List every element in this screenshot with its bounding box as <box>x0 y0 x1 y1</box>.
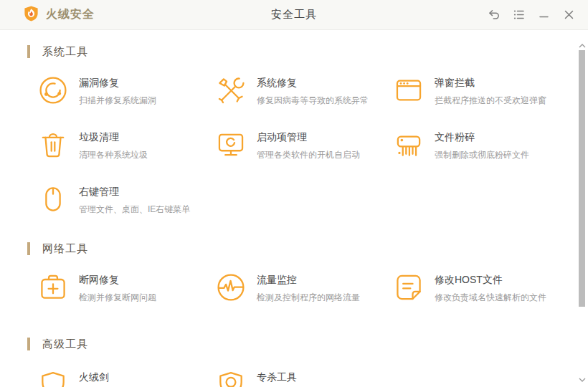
tool-title: 启动项管理 <box>257 131 360 144</box>
section-title: 高级工具 <box>42 338 88 351</box>
back-icon[interactable] <box>483 4 504 25</box>
scroll-up-icon[interactable] <box>578 39 587 44</box>
advanced-tools-grid: 火绒剑 专杀工具 <box>37 369 588 387</box>
tool-desc: 清理各种系统垃圾 <box>79 149 148 161</box>
app-brand: 火绒安全 <box>23 5 95 24</box>
tool-title: 弹窗拦截 <box>435 77 546 90</box>
tool-network-repair[interactable]: 断网修复 检测并修复断网问题 <box>37 272 215 305</box>
tool-desc: 扫描并修复系统漏洞 <box>79 95 156 107</box>
close-icon[interactable] <box>559 4 579 25</box>
network-repair-icon <box>37 272 69 303</box>
tool-startup-manager[interactable]: 启动项管理 管理各类软件的开机自启动 <box>215 129 393 162</box>
tool-host-file[interactable]: 修改HOST文件 修改负责域名快速解析的文件 <box>393 272 571 305</box>
special-kill-icon <box>215 369 247 387</box>
section-header: 系统工具 <box>27 44 588 59</box>
tool-traffic-monitor[interactable]: 流量监控 检测及控制程序的网络流量 <box>215 272 393 305</box>
file-shredder-icon <box>393 129 425 161</box>
tool-junk-clean[interactable]: 垃圾清理 清理各种系统垃圾 <box>37 129 215 162</box>
tool-title: 垃圾清理 <box>79 131 148 144</box>
traffic-monitor-icon <box>215 272 247 303</box>
tool-desc: 修改负责域名快速解析的文件 <box>435 292 546 304</box>
menu-icon[interactable] <box>508 4 529 25</box>
tool-desc: 强制删除或彻底粉碎文件 <box>435 149 529 161</box>
tool-title: 流量监控 <box>257 274 360 287</box>
tool-desc: 管理各类软件的开机自启动 <box>257 149 360 161</box>
junk-clean-icon <box>37 129 69 161</box>
host-file-icon <box>393 272 425 303</box>
tool-desc: 管理文件、桌面、IE右键菜单 <box>79 204 190 216</box>
scrollbar-thumb[interactable] <box>579 50 585 307</box>
section-marker-bar <box>27 45 30 58</box>
window-controls <box>483 4 579 25</box>
tool-desc: 检测并修复断网问题 <box>79 292 156 304</box>
section-header: 高级工具 <box>27 337 588 351</box>
tool-vulnerability-fix[interactable]: 漏洞修复 扫描并修复系统漏洞 <box>37 75 215 108</box>
section-marker-bar <box>27 242 30 255</box>
tools-content: 系统工具 漏洞修复 扫描并修复系统漏洞 <box>0 30 588 387</box>
tool-title: 专杀工具 <box>257 371 297 384</box>
network-tools-grid: 断网修复 检测并修复断网问题 流量监控 检测及控制程序的网络流量 <box>37 272 588 305</box>
scrollbar[interactable] <box>576 30 588 387</box>
system-tools-grid: 漏洞修复 扫描并修复系统漏洞 <box>37 75 588 216</box>
section-advanced-tools: 高级工具 火绒剑 <box>0 337 588 387</box>
huorong-sword-icon <box>37 369 69 387</box>
section-title: 系统工具 <box>42 45 88 59</box>
section-title: 网络工具 <box>42 242 88 256</box>
tool-title: 右键管理 <box>79 186 190 199</box>
tool-title: 系统修复 <box>257 77 369 90</box>
tool-title: 断网修复 <box>79 274 156 287</box>
tool-special-kill[interactable]: 专杀工具 <box>215 369 393 387</box>
tool-popup-block[interactable]: 弹窗拦截 拦截程序推送的不受欢迎弹窗 <box>393 75 571 108</box>
system-repair-icon <box>215 75 247 106</box>
section-network-tools: 网络工具 断网修复 检测并修复断网问题 <box>0 242 588 305</box>
right-click-manager-icon <box>37 183 69 215</box>
tool-title: 漏洞修复 <box>79 77 156 90</box>
huorong-security-tools-window: 火绒安全 安全工具 <box>0 0 588 387</box>
startup-manager-icon <box>215 129 247 161</box>
tool-desc: 拦截程序推送的不受欢迎弹窗 <box>435 95 546 107</box>
tool-desc: 检测及控制程序的网络流量 <box>257 292 360 304</box>
tool-desc: 修复因病毒等导致的系统异常 <box>257 95 369 107</box>
tool-title: 修改HOST文件 <box>435 274 546 287</box>
section-header: 网络工具 <box>27 242 588 256</box>
titlebar: 火绒安全 安全工具 <box>0 0 588 30</box>
tool-title: 文件粉碎 <box>435 131 529 144</box>
tool-title: 火绒剑 <box>79 371 109 384</box>
vulnerability-fix-icon <box>37 75 69 106</box>
tool-file-shredder[interactable]: 文件粉碎 强制删除或彻底粉碎文件 <box>393 129 571 162</box>
app-name: 火绒安全 <box>46 7 95 22</box>
tool-huorong-sword[interactable]: 火绒剑 <box>37 369 215 387</box>
scroll-down-icon[interactable] <box>578 373 587 378</box>
popup-block-icon <box>393 75 425 106</box>
section-system-tools: 系统工具 漏洞修复 扫描并修复系统漏洞 <box>0 44 588 216</box>
tool-right-click-manager[interactable]: 右键管理 管理文件、桌面、IE右键菜单 <box>37 183 215 216</box>
minimize-icon[interactable] <box>534 4 554 25</box>
section-marker-bar <box>27 338 30 350</box>
tool-system-repair[interactable]: 系统修复 修复因病毒等导致的系统异常 <box>215 75 393 108</box>
huorong-shield-logo-icon <box>23 5 39 24</box>
